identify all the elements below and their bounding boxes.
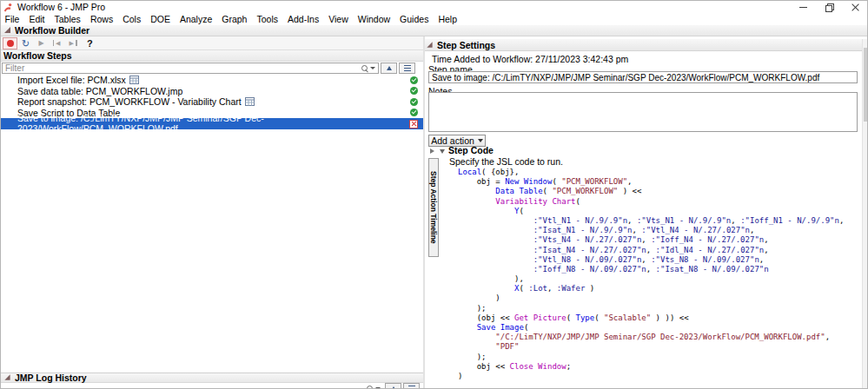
filter-options-chevron-icon[interactable] (370, 67, 375, 69)
step-action-timeline-tab[interactable]: Step Action Timeline (428, 158, 439, 257)
code-line[interactable]: ) (458, 293, 859, 303)
menu-item-add-ins[interactable]: Add-Ins (282, 14, 323, 25)
list-icon (408, 386, 415, 389)
code-line[interactable]: Local( {obj}, (458, 168, 859, 177)
jmp-log-history-header[interactable]: JMP Log History (0, 373, 423, 383)
code-token: , (759, 255, 764, 264)
jsl-code-editor[interactable]: Local( {obj}, obj = New Window( "PCM_WOR… (458, 168, 859, 387)
code-line[interactable]: Data Table( "PCM_WORKFLOW" ) << (458, 187, 859, 196)
code-token: ); (458, 353, 487, 361)
code-token: :"Vts_N1 - N/.9/.9"n (637, 216, 731, 225)
step-back-button[interactable] (50, 37, 64, 49)
code-line[interactable]: :"Ioff_N8 - N/.09/.027"n, :"Isat_N8 - N/… (458, 265, 859, 274)
step-name-input[interactable] (428, 71, 858, 83)
code-token: Local (458, 168, 481, 176)
code-line[interactable]: obj << Close Window; (458, 362, 859, 372)
step-code-disclosure-icon[interactable] (440, 149, 445, 154)
code-token: :"Vtl_N1 - N/.9/.9"n (533, 216, 627, 225)
timeline-expand-icon[interactable] (430, 148, 434, 154)
run-workflow-button[interactable]: ↻ (18, 37, 33, 49)
code-line[interactable]: ); (458, 353, 859, 362)
step-settings-disclosure-icon[interactable] (427, 42, 432, 47)
code-token: ), (458, 274, 524, 283)
menu-item-cols[interactable]: Cols (118, 14, 146, 25)
code-line[interactable]: obj = New Window( "PCM_WORKFLOW", (458, 177, 859, 187)
step-forward-button[interactable] (65, 37, 80, 49)
restore-button[interactable] (816, 0, 842, 14)
code-token: :"Isat_N8 - N/.09/.027"n (656, 265, 769, 274)
workflow-builder-disclosure-icon[interactable] (4, 27, 10, 33)
code-token: :"Isat_N1 - N/.9/.9"n (533, 226, 633, 234)
code-token (458, 255, 533, 264)
close-button[interactable] (842, 0, 868, 14)
record-button[interactable] (3, 37, 17, 49)
minimize-button[interactable] (790, 0, 816, 14)
code-line[interactable]: Save Image( (458, 323, 859, 333)
log-list-options-button[interactable] (403, 383, 420, 389)
code-line[interactable]: "PDF" (458, 342, 859, 352)
menu-item-edit[interactable]: Edit (24, 14, 50, 25)
filter-row (0, 62, 423, 75)
notes-textarea[interactable] (428, 92, 858, 132)
jmp-app-icon[interactable] (3, 3, 13, 12)
code-token: ) (458, 293, 500, 302)
code-token (458, 187, 495, 195)
menu-item-guides[interactable]: Guides (395, 14, 434, 25)
code-line[interactable]: Y( (458, 207, 859, 216)
workflow-builder-title: Workflow Builder (15, 25, 89, 36)
run-loop-icon: ↻ (22, 39, 30, 48)
menu-item-file[interactable]: File (0, 14, 24, 25)
workflow-step-row[interactable]: Save data table: PCM_WORKFLOW.jmp (0, 86, 423, 97)
menu-item-tools[interactable]: Tools (252, 14, 283, 25)
code-token: , (547, 284, 557, 293)
code-line[interactable]: :"Vtl_N1 - N/.9/.9"n, :"Vts_N1 - N/.9/.9… (458, 216, 859, 226)
minimize-icon (799, 7, 807, 8)
play-button[interactable]: ▶ (34, 37, 49, 49)
menu-item-view[interactable]: View (324, 14, 354, 25)
vertical-scrollbar[interactable] (862, 39, 868, 389)
code-line[interactable]: :"Isat_N1 - N/.9/.9"n, :"Vtl_N4 - N/.27/… (458, 226, 859, 235)
help-button[interactable]: ? (87, 38, 93, 49)
workflow-step-label: Save to image: /C:/LimTY/NXP/JMP/JMP Sem… (17, 113, 423, 134)
code-line[interactable]: ) (458, 372, 859, 381)
spreadsheet-icon (129, 76, 139, 84)
filter-input[interactable] (3, 63, 361, 73)
menu-item-graph[interactable]: Graph (217, 14, 252, 25)
code-line[interactable]: :"Vts_N4 - N/.27/.027"n, :"Ioff_N4 - N/.… (458, 235, 859, 245)
menu-item-rows[interactable]: Rows (85, 14, 117, 25)
log-history-disclosure-icon[interactable] (4, 374, 10, 379)
code-line[interactable]: ); (458, 304, 859, 313)
search-up-button[interactable] (381, 63, 397, 74)
workflow-step-row[interactable]: Import Excel file: PCM.xlsx (0, 75, 423, 86)
code-token (458, 216, 533, 225)
log-search-up-button[interactable] (385, 383, 401, 389)
code-line[interactable]: ), (458, 274, 859, 284)
menu-item-analyze[interactable]: Analyze (175, 14, 216, 25)
code-token: "PDF" (495, 342, 519, 351)
code-line[interactable]: :"Isat_N4 - N/.27/.027"n, :"Idl_N4 - N/.… (458, 246, 859, 255)
code-token (458, 265, 533, 274)
step-list-options-button[interactable] (399, 63, 415, 74)
restore-icon (825, 3, 833, 11)
menu-item-help[interactable]: Help (434, 14, 462, 25)
code-line[interactable]: :"Vtl_N8 - N/.09/.027"n, :"Vts_N8 - N/.0… (458, 255, 859, 265)
step-settings-title: Step Settings (437, 40, 495, 50)
code-token: Data Table (495, 187, 542, 195)
workflow-step-row[interactable]: Save to image: /C:/LimTY/NXP/JMP/JMP Sem… (0, 118, 423, 129)
code-line[interactable]: Variability Chart( (458, 197, 859, 207)
menu-item-doe[interactable]: DOE (146, 14, 176, 25)
code-token: Variability Chart (495, 197, 575, 206)
code-line[interactable]: X( :Lot, :Wafer ) (458, 284, 859, 293)
code-line[interactable]: "/C:/LimTY/NXP/JMP/JMP Seminar/SGP Dec-2… (458, 333, 859, 342)
report-icon (245, 97, 255, 106)
menu-item-window[interactable]: Window (353, 14, 394, 25)
code-token: , (764, 235, 768, 244)
step-settings-header: Step Settings (425, 39, 862, 51)
code-line[interactable]: (obj << Get Picture( Type( "Scalable" ) … (458, 313, 859, 323)
code-token: ( (524, 323, 528, 332)
workflow-step-row[interactable]: Report snapshot: PCM_WORKFLOW - Variabil… (0, 96, 423, 108)
code-token (458, 207, 514, 215)
scrollbar-thumb[interactable] (864, 48, 868, 122)
code-token: ( (567, 313, 576, 322)
menu-item-tables[interactable]: Tables (50, 14, 85, 25)
